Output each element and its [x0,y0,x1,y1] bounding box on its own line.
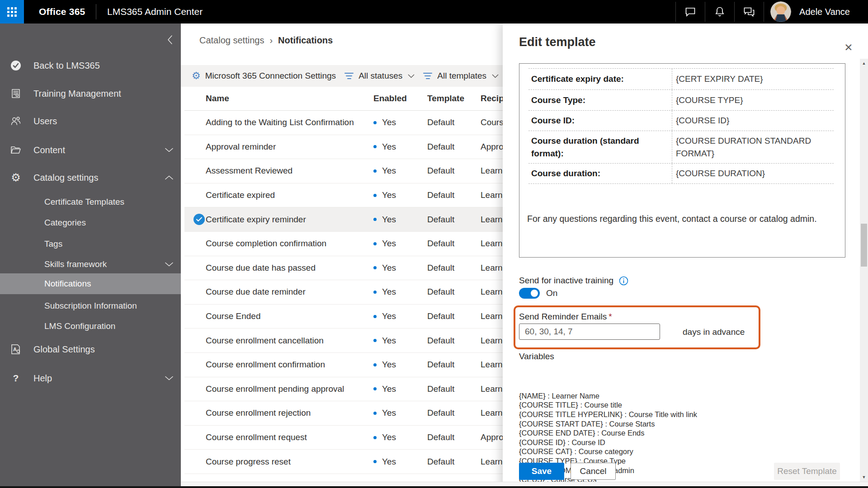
reminder-days-input[interactable] [519,324,660,340]
cell-template: Default [427,215,481,225]
filter-statuses-dropdown[interactable]: All statuses [344,71,415,81]
user-name: Adele Vance [799,7,850,17]
enabled-status-dot [373,436,377,439]
enabled-status-dot [373,242,377,245]
cell-template: Default [427,117,481,127]
cell-name: Approval reminder [206,142,373,152]
column-header-name[interactable]: Name [206,94,373,103]
feedback-chats-icon[interactable] [735,2,764,22]
sidebar-item-tags[interactable]: Tags [0,234,181,254]
variable-token: {COURSE DURATION STANDARD FORMAT} [672,131,834,163]
cell-name: Course progress reset [206,457,373,467]
sidebar-item-lms-configuration[interactable]: LMS Configuration [0,316,181,336]
sidebar-item-global-settings[interactable]: A Global Settings [0,339,181,359]
variable-label: Course ID: [528,111,672,131]
filter-icon [423,73,433,79]
cell-name: Course enrollment cancellation [206,336,373,346]
cell-template: Default [427,360,481,370]
filter-templates-dropdown[interactable]: All templates [423,71,499,81]
enabled-status-dot [373,412,377,415]
variable-label: Course Type: [528,90,672,110]
enabled-status-dot [373,266,377,269]
chevron-down-icon [164,259,174,269]
sidebar-collapse-icon[interactable] [163,33,177,47]
info-icon[interactable] [619,276,628,286]
cell-enabled: Yes [373,360,427,370]
close-icon[interactable]: ✕ [841,40,856,55]
sidebar-item-subscription-information[interactable]: Subscription Information [0,296,181,316]
scrollbar-thumb[interactable] [861,224,867,267]
variable-token: {CERT EXPIRY DATE} [672,69,834,89]
vertical-scrollbar[interactable]: ▲ ▼ [860,59,868,482]
topbar-divider [96,4,96,19]
cell-enabled: Yes [373,166,427,176]
variable-token: {COURSE DURATION} [672,164,834,183]
sidebar-item-label: Certificate Templates [44,197,124,207]
sidebar-item-help[interactable]: ? Help [0,368,181,388]
filter-icon [344,73,354,79]
chat-icon[interactable] [676,2,705,22]
product-name[interactable]: Office 365 [39,0,85,23]
notifications-bell-icon[interactable] [705,2,734,22]
inactive-training-toggle[interactable] [519,288,540,299]
left-navigation: Back to LMS365 Training Management Users… [0,23,181,488]
reminder-suffix-label: days in advance [683,327,745,337]
variable-label: Certificate expiry date: [528,69,672,89]
sidebar-item-skills-framework[interactable]: Skills framework [0,254,181,274]
sidebar-item-label: LMS Configuration [44,321,115,331]
panel-title: Edit template [519,35,596,49]
sidebar-item-notifications[interactable]: Notifications [0,273,181,294]
account-menu[interactable]: Adele Vance [764,1,868,22]
enabled-status-dot [373,315,377,318]
variable-line: {NAME} : Learner Name [519,391,697,401]
breadcrumb-parent[interactable]: Catalog settings [199,35,264,46]
scroll-up-arrow-icon[interactable]: ▲ [860,60,868,67]
cell-name: Course completion confirmation [206,239,373,249]
breadcrumb-separator-icon: › [269,35,273,46]
template-preview-box[interactable]: Certificate expiry date: {CERT EXPIRY DA… [519,63,845,258]
horizontal-scrollbar-track[interactable] [181,482,868,486]
scroll-down-arrow-icon[interactable]: ▼ [860,474,868,481]
enabled-status-dot [373,339,377,342]
sidebar-item-back-to-lms365[interactable]: Back to LMS365 [0,56,181,75]
inactive-training-label: Send for inactive training [519,276,628,286]
cell-enabled: Yes [373,457,427,467]
column-header-enabled[interactable]: Enabled [373,94,427,103]
cell-name: Course Ended [206,311,373,321]
enabled-status-dot [373,460,377,463]
sidebar-item-label: Training Management [33,89,121,99]
cell-name: Course enrollment pending approval [206,384,373,394]
cell-name: Certificate expired [206,190,373,200]
gear-icon: ⚙ [192,71,201,81]
sidebar-item-training-management[interactable]: Training Management [0,84,181,103]
save-button[interactable]: Save [519,463,564,480]
user-avatar [770,1,791,22]
cell-enabled: Yes [373,117,427,127]
toggle-state-label: On [546,288,557,298]
variable-token: {COURSE TYPE} [672,90,834,110]
sidebar-item-categories[interactable]: Categories [0,213,181,233]
column-header-template[interactable]: Template [427,94,481,103]
template-variable-row: Certificate expiry date: {CERT EXPIRY DA… [528,68,834,89]
cancel-button[interactable]: Cancel [571,463,616,480]
connection-settings-button[interactable]: ⚙ Microsoft 365 Connection Settings [192,71,336,81]
sidebar-item-catalog-settings[interactable]: ⚙ Catalog settings [0,168,181,188]
variable-token: {COURSE ID} [672,111,834,131]
enabled-status-dot [373,363,377,366]
sidebar-item-label: Back to LMS365 [33,61,100,71]
sidebar-item-certificate-templates[interactable]: Certificate Templates [0,192,181,212]
sidebar-item-label: Notifications [44,279,91,289]
variable-line: {COURSE ID} : Course ID [519,438,697,447]
sidebar-item-users[interactable]: Users [0,111,181,131]
sidebar-item-label: Skills framework [44,259,107,269]
sidebar-item-label: Help [33,373,52,384]
enabled-status-dot [373,291,377,294]
sidebar-item-content[interactable]: Content [0,140,181,160]
cell-name: Course enrollment rejection [206,408,373,418]
app-launcher-waffle-icon[interactable] [0,0,24,23]
cell-enabled: Yes [373,336,427,346]
variable-line: {COURSE TITLE} : Course title [519,400,697,410]
cell-enabled: Yes [373,190,427,200]
cell-template: Default [427,239,481,249]
reset-template-button[interactable]: Reset Template [774,463,840,480]
